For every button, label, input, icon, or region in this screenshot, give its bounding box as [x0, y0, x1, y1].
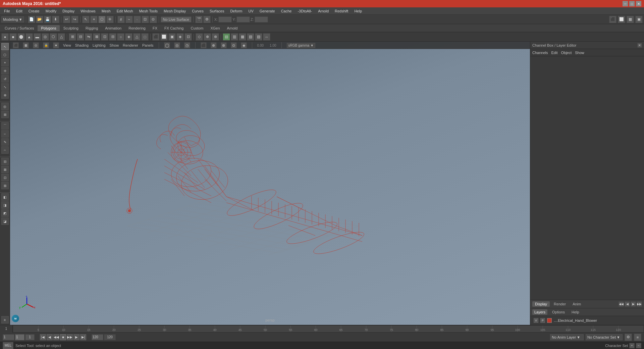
viewport-background[interactable]: ⬛ ▦ ◎ 🔒 ★ View Shading Lighting Show Ren… [10, 42, 530, 325]
layer-ctrl-3[interactable]: ▶ [631, 301, 636, 307]
graph-editor-btn[interactable]: ~ [636, 343, 641, 348]
undo-button[interactable]: ↩ [63, 16, 70, 23]
prefs-btn[interactable]: ≡ [634, 334, 641, 341]
settings-3-button[interactable]: ▦ [627, 16, 634, 23]
lasso-select-tool[interactable]: ⌖ [90, 16, 98, 23]
bridge-btn[interactable]: ⊟ [109, 33, 116, 41]
vp-camera-btn[interactable]: ⬛ [13, 42, 19, 48]
gamma-selector[interactable]: sRGB gamma ▼ [287, 43, 315, 48]
close-button[interactable]: ✕ [636, 1, 641, 6]
render-button[interactable]: 🎬 [195, 16, 203, 23]
layer-ctrl-1[interactable]: ◀◀ [619, 301, 624, 307]
poly-cube[interactable]: ■ [9, 33, 17, 41]
tab-rigging[interactable]: Rigging [82, 25, 101, 31]
relax-btn[interactable]: ⊗ [212, 33, 219, 41]
menu-create[interactable]: Create [26, 8, 42, 14]
menu-windows[interactable]: Windows [78, 8, 98, 14]
settings-1-button[interactable]: ⬛ [609, 16, 616, 23]
stop-btn[interactable]: ■ [60, 334, 66, 340]
menu-generate[interactable]: Generate [257, 8, 278, 14]
move-btn[interactable]: ✛ [1, 67, 9, 74]
settings-4-button[interactable]: ▣ [635, 16, 643, 23]
vp-btn-2[interactable]: ◎ [174, 42, 180, 48]
menu-uv[interactable]: UV [246, 8, 256, 14]
poly-cone[interactable]: ▲ [25, 33, 33, 41]
snap-live[interactable]: ⊙ [150, 16, 157, 23]
vp-btn-3[interactable]: ◷ [184, 42, 190, 48]
timeline-ruler[interactable]: 5 10 15 20 25 30 35 40 45 50 55 60 65 [13, 325, 644, 333]
layer-ctrl-4[interactable]: ▶▶ [637, 301, 642, 307]
layer-6-btn[interactable]: ◨ [1, 201, 9, 209]
help-tab[interactable]: Help [570, 309, 581, 315]
anim-layer-dropdown[interactable]: No Anim Layer ▼ [550, 334, 584, 340]
channels-link[interactable]: Channels [532, 51, 548, 55]
viewport-menu-show[interactable]: Show [110, 43, 119, 47]
layer-2-btn[interactable]: ⊠ [1, 166, 9, 173]
sculpt-btn[interactable]: ⊕ [204, 33, 211, 41]
layer-3-btn[interactable]: ⊡ [1, 174, 9, 181]
x-input[interactable] [218, 16, 232, 22]
layer-playback-btn[interactable]: P [540, 318, 545, 323]
poly-plane[interactable]: ▬ [34, 33, 41, 41]
select-mode-4[interactable]: ◈ [176, 33, 184, 41]
layer-visibility-btn[interactable]: V [534, 318, 538, 323]
lasso-btn[interactable]: ⌖ [1, 59, 9, 66]
snap-curve[interactable]: ~ [125, 16, 133, 23]
fill-hole-btn[interactable]: ○ [117, 33, 124, 41]
layer-ctrl-2[interactable]: ◀ [625, 301, 630, 307]
soft-sel-btn[interactable]: ◎ [1, 103, 9, 110]
flood-sel-btn[interactable]: ▨ [255, 33, 262, 41]
vp-btn-6[interactable]: ⊗ [221, 42, 227, 48]
snap-point[interactable]: · [133, 16, 141, 23]
combine-btn[interactable]: ⊞ [69, 33, 76, 41]
render-settings[interactable]: ⚙ [203, 16, 211, 23]
layer-8-btn[interactable]: ◪ [1, 217, 9, 225]
menu-edit[interactable]: Edit [13, 8, 25, 14]
select-mode-1[interactable]: ⬛ [152, 33, 160, 41]
redo-button[interactable]: ↪ [71, 16, 78, 23]
show-manip-btn[interactable]: ⊞ [1, 111, 9, 118]
menu-redshift[interactable]: Redshift [332, 8, 351, 14]
cb-close-btn[interactable]: ✕ [637, 43, 642, 48]
poly-sphere[interactable]: ● [1, 33, 9, 41]
menu-help[interactable]: Help [352, 8, 365, 14]
current-frame-input[interactable] [15, 334, 24, 340]
viewport-menu-renderer[interactable]: Renderer [123, 43, 138, 47]
vp-grid-btn[interactable]: ▦ [23, 42, 29, 48]
tab-sculpting[interactable]: Sculpting [60, 25, 82, 31]
menu-deform[interactable]: Deform [227, 8, 245, 14]
scale-btn[interactable]: ⤡ [1, 83, 9, 91]
vp-lock-btn[interactable]: 🔒 [43, 42, 49, 48]
extract-btn[interactable]: ⊠ [93, 33, 100, 41]
viewport-menu-view[interactable]: View [63, 43, 71, 47]
menu-curves[interactable]: Curves [189, 8, 206, 14]
rotate-btn[interactable]: ↺ [1, 75, 9, 83]
poly-prism[interactable]: ⬡ [50, 33, 57, 41]
mel-python-toggle[interactable]: MEL [3, 342, 13, 349]
layer-7-btn[interactable]: ◩ [1, 209, 9, 217]
vp-btn-1[interactable]: ◯ [164, 42, 170, 48]
convert-sel-btn[interactable]: ↔ [263, 33, 270, 41]
tab-polygons[interactable]: Polygons [38, 25, 59, 31]
booleans-btn[interactable]: ⊟ [77, 33, 84, 41]
play-forward-btn[interactable]: ▶▶ [67, 334, 73, 340]
menu-arnold[interactable]: Arnold [315, 8, 331, 14]
edit-link[interactable]: Edit [551, 51, 557, 55]
layer-color-swatch[interactable] [547, 318, 552, 323]
layer-1-btn[interactable]: ⊟ [1, 158, 9, 165]
char-set-dropdown[interactable]: No Character Set ▼ [586, 334, 623, 340]
quick-sel-set-btn[interactable]: + [629, 343, 635, 348]
tab-custom[interactable]: Custom [187, 25, 207, 31]
arc-btn[interactable]: ⌢ [1, 146, 9, 154]
skip-to-end-btn[interactable]: ▶| [80, 334, 86, 340]
vp-btn-5[interactable]: ⊕ [211, 42, 217, 48]
poly-torus[interactable]: ◎ [42, 33, 49, 41]
tab-curves-surfaces[interactable]: Curves / Surfaces [1, 25, 37, 31]
play-back-btn[interactable]: ◀◀ [53, 334, 59, 340]
poly-pyramid[interactable]: △ [58, 33, 65, 41]
options-tab[interactable]: Options [550, 309, 567, 315]
menu-file[interactable]: File [1, 8, 13, 14]
ring-sel-btn[interactable]: ▥ [231, 33, 238, 41]
tab-display[interactable]: Display [532, 301, 550, 307]
menu-display[interactable]: Display [60, 8, 77, 14]
